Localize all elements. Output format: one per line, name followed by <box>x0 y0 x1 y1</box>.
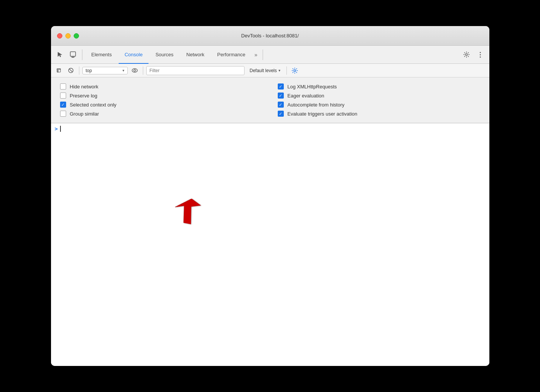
svg-point-5 <box>480 54 481 55</box>
levels-label: Default levels <box>250 68 277 73</box>
red-arrow-annotation <box>168 199 206 230</box>
console-toolbar: top ▾ Default levels ▾ <box>51 64 489 77</box>
tab-sources[interactable]: Sources <box>149 46 179 64</box>
tab-console[interactable]: Console <box>119 46 149 64</box>
filter-input[interactable] <box>146 66 244 75</box>
hide-network-label: Hide network <box>70 84 99 90</box>
log-xmlhttp-row: Log XMLHttpRequests <box>278 82 480 91</box>
svg-point-4 <box>480 52 481 53</box>
preserve-log-row: Preserve log <box>60 91 263 100</box>
svg-point-3 <box>466 54 467 56</box>
console-area[interactable]: > <box>51 123 489 366</box>
group-similar-label: Group similar <box>70 111 99 117</box>
main-toolbar: Elements Console Sources Network Perform… <box>51 46 489 64</box>
tab-performance[interactable]: Performance <box>211 46 251 64</box>
more-options-button[interactable] <box>474 49 486 61</box>
toolbar-separator-1 <box>82 49 82 60</box>
levels-selector[interactable]: Default levels ▾ <box>247 67 283 74</box>
levels-arrow-icon: ▾ <box>279 68 280 73</box>
log-xmlhttp-label: Log XMLHttpRequests <box>288 84 337 90</box>
more-tabs-button[interactable]: » <box>252 50 260 59</box>
console-toolbar-separator-1 <box>79 66 79 75</box>
context-selector[interactable]: top ▾ <box>82 67 128 74</box>
svg-point-6 <box>480 56 481 57</box>
evaluate-triggers-row: Evaluate triggers user activation <box>278 109 480 118</box>
settings-button[interactable] <box>461 49 473 61</box>
close-button[interactable] <box>57 33 62 39</box>
context-arrow-icon: ▾ <box>122 68 124 73</box>
settings-panel: Hide network Preserve log Selected conte… <box>51 77 489 123</box>
toolbar-right-icons <box>461 49 486 61</box>
toolbar-separator-2 <box>263 49 263 60</box>
eager-evaluation-row: Eager evaluation <box>278 91 480 100</box>
settings-left-column: Hide network Preserve log Selected conte… <box>60 82 263 118</box>
settings-right-column: Log XMLHttpRequests Eager evaluation Aut… <box>278 82 480 118</box>
selected-context-row: Selected context only <box>60 100 263 109</box>
autocomplete-history-label: Autocomplete from history <box>288 102 345 108</box>
tab-elements[interactable]: Elements <box>85 46 118 64</box>
window-title: DevTools - localhost:8081/ <box>241 33 299 39</box>
evaluate-triggers-label: Evaluate triggers user activation <box>288 111 357 117</box>
hide-network-row: Hide network <box>60 82 263 91</box>
device-toggle-button[interactable] <box>67 49 79 61</box>
group-similar-row: Group similar <box>60 109 263 118</box>
svg-point-12 <box>134 69 136 71</box>
title-bar: DevTools - localhost:8081/ <box>51 26 489 46</box>
group-similar-checkbox[interactable] <box>60 111 66 117</box>
maximize-button[interactable] <box>74 33 79 39</box>
console-cursor <box>60 126 61 132</box>
log-xmlhttp-checkbox[interactable] <box>278 83 284 90</box>
svg-rect-0 <box>70 52 76 56</box>
live-expressions-button[interactable] <box>130 66 140 76</box>
eager-evaluation-label: Eager evaluation <box>288 93 325 99</box>
console-prompt: > <box>55 126 58 132</box>
autocomplete-history-checkbox[interactable] <box>278 102 284 108</box>
console-input-row: > <box>51 123 489 134</box>
hide-network-checkbox[interactable] <box>60 83 66 90</box>
preserve-log-checkbox[interactable] <box>60 93 66 99</box>
inspect-element-button[interactable] <box>54 49 66 61</box>
svg-point-13 <box>294 69 296 71</box>
svg-line-10 <box>69 69 73 72</box>
tab-network[interactable]: Network <box>180 46 210 64</box>
traffic-lights <box>57 33 79 39</box>
eager-evaluation-checkbox[interactable] <box>278 93 284 99</box>
console-settings-button[interactable] <box>290 66 300 76</box>
minimize-button[interactable] <box>65 33 71 39</box>
console-toolbar-separator-3 <box>286 66 287 75</box>
preserve-log-label: Preserve log <box>70 93 97 99</box>
expand-button[interactable] <box>54 66 64 76</box>
clear-console-button[interactable] <box>66 66 76 76</box>
svg-point-11 <box>132 69 138 73</box>
evaluate-triggers-checkbox[interactable] <box>278 111 284 117</box>
svg-marker-14 <box>174 199 205 227</box>
svg-marker-7 <box>57 69 60 72</box>
devtools-window: DevTools - localhost:8081/ Elements Cons… <box>51 26 489 366</box>
selected-context-label: Selected context only <box>70 102 117 108</box>
context-value: top <box>86 68 92 73</box>
autocomplete-history-row: Autocomplete from history <box>278 100 480 109</box>
selected-context-checkbox[interactable] <box>60 102 66 108</box>
console-toolbar-separator-2 <box>143 66 143 75</box>
